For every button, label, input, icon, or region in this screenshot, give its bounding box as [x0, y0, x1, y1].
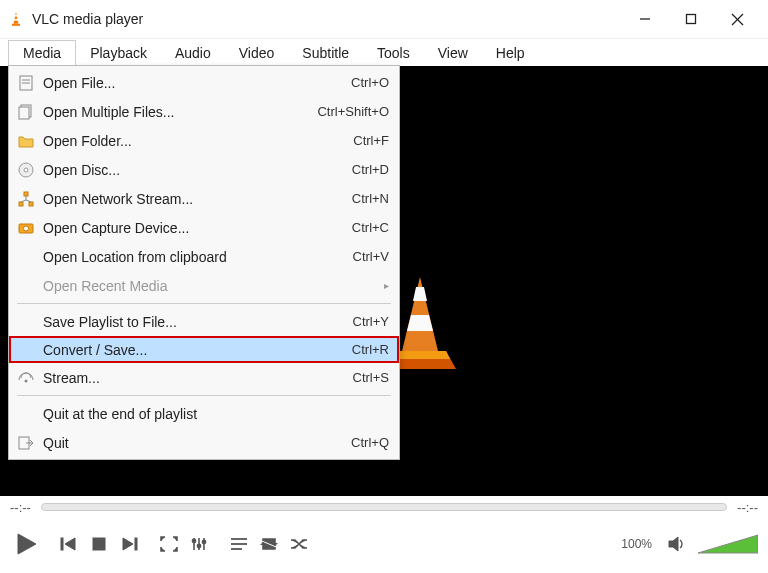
menu-open-location-clipboard[interactable]: Open Location from clipboard Ctrl+V [9, 242, 399, 271]
svg-point-42 [202, 540, 205, 543]
files-icon [17, 103, 35, 121]
capture-icon [17, 219, 35, 237]
svg-rect-2 [14, 19, 18, 21]
window-title: VLC media player [32, 11, 622, 27]
menu-stream[interactable]: Stream... Ctrl+S [9, 363, 399, 392]
media-menu-dropdown: Open File... Ctrl+O Open Multiple Files.… [8, 65, 400, 460]
fullscreen-button[interactable] [154, 529, 184, 559]
menu-quit[interactable]: Quit Ctrl+Q [9, 428, 399, 457]
volume-text: 100% [621, 537, 652, 551]
menu-open-folder[interactable]: Open Folder... Ctrl+F [9, 126, 399, 155]
menu-quit-end-playlist[interactable]: Quit at the end of playlist [9, 399, 399, 428]
seek-slider[interactable] [41, 503, 727, 511]
svg-rect-5 [687, 15, 696, 24]
menu-playback[interactable]: Playback [76, 41, 161, 65]
svg-marker-47 [698, 535, 758, 553]
stop-button[interactable] [84, 529, 114, 559]
svg-rect-1 [14, 15, 17, 17]
menu-separator [17, 303, 391, 304]
window-buttons [622, 0, 760, 38]
menu-help[interactable]: Help [482, 41, 539, 65]
menu-open-disc[interactable]: Open Disc... Ctrl+D [9, 155, 399, 184]
svg-point-28 [25, 379, 28, 382]
svg-point-41 [197, 544, 200, 547]
menu-media[interactable]: Media [8, 40, 76, 65]
menu-view[interactable]: View [424, 41, 482, 65]
svg-point-19 [24, 168, 28, 172]
svg-marker-31 [18, 534, 36, 554]
svg-rect-32 [61, 538, 63, 550]
svg-rect-22 [29, 202, 33, 206]
menu-tools[interactable]: Tools [363, 41, 424, 65]
svg-marker-35 [123, 538, 133, 550]
extended-settings-button[interactable] [184, 529, 214, 559]
svg-rect-21 [19, 202, 23, 206]
svg-marker-46 [669, 537, 678, 551]
menu-open-recent-media: Open Recent Media ▸ [9, 271, 399, 300]
quit-icon [17, 434, 35, 452]
mute-button[interactable] [662, 529, 692, 559]
menu-open-network-stream[interactable]: Open Network Stream... Ctrl+N [9, 184, 399, 213]
previous-button[interactable] [54, 529, 84, 559]
svg-rect-34 [93, 538, 105, 550]
loop-button[interactable] [254, 529, 284, 559]
vlc-cone-icon [8, 11, 24, 27]
menu-save-playlist[interactable]: Save Playlist to File... Ctrl+Y [9, 307, 399, 336]
network-icon [17, 190, 35, 208]
svg-rect-36 [135, 538, 137, 550]
titlebar: VLC media player [0, 0, 768, 38]
menu-open-multiple-files[interactable]: Open Multiple Files... Ctrl+Shift+O [9, 97, 399, 126]
svg-marker-0 [14, 12, 19, 24]
timeline: --:-- --:-- [0, 496, 768, 518]
maximize-button[interactable] [668, 0, 714, 38]
controls-bar: 100% [0, 520, 768, 568]
volume-slider[interactable] [698, 533, 758, 555]
menu-separator [17, 395, 391, 396]
disc-icon [17, 161, 35, 179]
play-button[interactable] [10, 527, 44, 561]
time-elapsed: --:-- [10, 500, 31, 515]
menu-audio[interactable]: Audio [161, 41, 225, 65]
menu-open-capture-device[interactable]: Open Capture Device... Ctrl+C [9, 213, 399, 242]
svg-marker-33 [65, 538, 75, 550]
next-button[interactable] [114, 529, 144, 559]
stream-icon [17, 369, 35, 387]
menu-convert-save[interactable]: Convert / Save... Ctrl+R [9, 336, 399, 363]
menu-video[interactable]: Video [225, 41, 289, 65]
svg-rect-20 [24, 192, 28, 196]
folder-icon [17, 132, 35, 150]
close-button[interactable] [714, 0, 760, 38]
svg-point-27 [24, 226, 29, 231]
file-icon [17, 74, 35, 92]
svg-rect-3 [12, 24, 20, 26]
minimize-button[interactable] [622, 0, 668, 38]
svg-point-40 [192, 539, 195, 542]
menu-subtitle[interactable]: Subtitle [288, 41, 363, 65]
submenu-arrow-icon: ▸ [384, 280, 389, 291]
shuffle-button[interactable] [284, 529, 314, 559]
menubar: Media Playback Audio Video Subtitle Tool… [0, 38, 768, 66]
svg-marker-9 [413, 287, 427, 301]
time-remaining: --:-- [737, 500, 758, 515]
svg-marker-10 [407, 315, 433, 331]
svg-rect-17 [19, 107, 29, 119]
playlist-button[interactable] [224, 529, 254, 559]
menu-open-file[interactable]: Open File... Ctrl+O [9, 68, 399, 97]
